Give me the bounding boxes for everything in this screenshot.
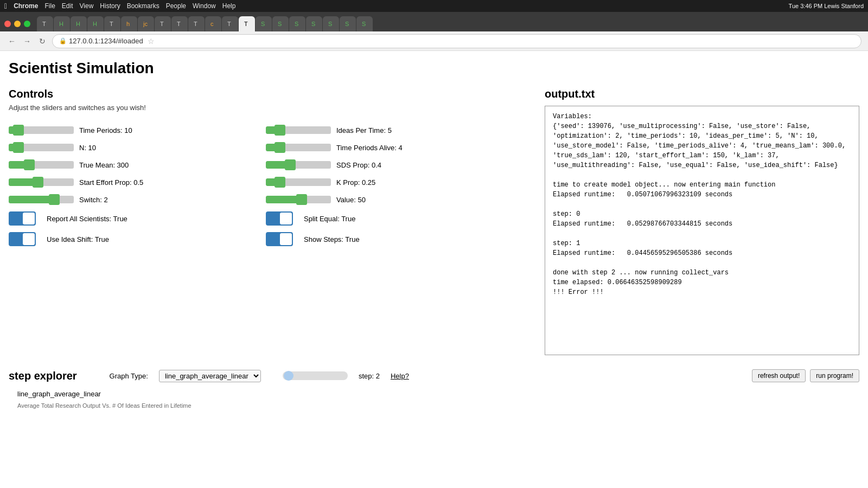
tab-11[interactable]: c xyxy=(205,16,221,31)
minimize-traffic-light[interactable] xyxy=(14,21,21,27)
bottom-section: step explorer Graph Type: line_graph_ave… xyxy=(0,364,868,388)
refresh-button[interactable]: ↻ xyxy=(37,36,48,47)
tab-14[interactable]: S xyxy=(256,16,272,31)
chrome-addressbar: ← → ↻ 🔒 127.0.0.1:1234/#loaded ☆ xyxy=(0,31,868,51)
tab-8[interactable]: T xyxy=(155,16,171,31)
slider-row-ideas-per-time: Ideas Per Time: 5 xyxy=(266,121,523,139)
forward-button[interactable]: → xyxy=(22,36,33,47)
refresh-output-button[interactable]: refresh output! xyxy=(752,369,806,382)
tab-18[interactable]: S xyxy=(323,16,339,31)
address-bar[interactable]: 🔒 127.0.0.1:1234/#loaded ☆ xyxy=(52,34,861,48)
ideas-per-time-slider[interactable] xyxy=(266,125,331,136)
time-periods-slider[interactable] xyxy=(9,125,74,136)
tab-6[interactable]: h xyxy=(121,16,137,31)
toggle-row-report-all: Report All Scientists: True xyxy=(9,208,266,229)
use-idea-shift-toggle[interactable] xyxy=(9,232,36,246)
slider-row-k-prop: K Prop: 0.25 xyxy=(266,174,523,191)
slider-row-true-mean: True Mean: 300 xyxy=(9,156,266,174)
output-title: output.txt xyxy=(545,88,859,100)
tab-16[interactable]: S xyxy=(289,16,305,31)
page-content: Scientist Simulation Controls Adjust the… xyxy=(0,51,868,364)
step-slider-thumb xyxy=(284,371,293,381)
toggle-knob xyxy=(23,213,35,224)
tab-9[interactable]: T xyxy=(171,16,188,31)
menu-window[interactable]: Window xyxy=(193,2,216,10)
help-link[interactable]: Help? xyxy=(391,372,409,380)
tab-7[interactable]: jc xyxy=(138,16,154,31)
tab-17[interactable]: S xyxy=(306,16,322,31)
toggle-knob-3 xyxy=(280,213,292,224)
close-traffic-light[interactable] xyxy=(4,21,11,27)
slider-row-switch: Switch: 2 xyxy=(9,191,266,208)
menu-edit[interactable]: Edit xyxy=(62,2,73,10)
true-mean-label: True Mean: 300 xyxy=(79,161,161,169)
start-effort-slider[interactable] xyxy=(9,177,74,188)
report-all-toggle[interactable] xyxy=(9,211,36,226)
value-slider[interactable] xyxy=(266,194,331,205)
bookmark-icon[interactable]: ☆ xyxy=(148,37,155,46)
right-panel: output.txt Variables: {'seed': 139076, '… xyxy=(545,88,859,355)
slider-row-time-periods: Time Periods: 10 xyxy=(9,121,266,139)
tab-1[interactable]: T xyxy=(37,16,53,31)
fullscreen-traffic-light[interactable] xyxy=(24,21,30,27)
left-panel: Controls Adjust the sliders and switches… xyxy=(9,88,523,355)
step-label: step: 2 xyxy=(359,372,380,380)
action-buttons: refresh output! run program! xyxy=(752,369,859,382)
menu-file[interactable]: File xyxy=(44,2,55,10)
controls-title: Controls xyxy=(9,88,523,100)
url-text: 127.0.0.1:1234/#loaded xyxy=(69,37,143,45)
step-explorer-title: step explorer xyxy=(9,370,77,382)
controls-subtitle: Adjust the sliders and switches as you w… xyxy=(9,104,523,112)
chart-subtitle: Average Total Research Output Vs. # Of I… xyxy=(17,402,859,409)
tab-2[interactable]: H xyxy=(54,16,70,31)
toggle-row-show-steps: Show Steps: True xyxy=(266,229,523,249)
menu-chrome[interactable]: Chrome xyxy=(14,2,38,10)
time-periods-label: Time Periods: 10 xyxy=(79,126,161,134)
k-prop-slider[interactable] xyxy=(266,177,331,188)
tab-15[interactable]: S xyxy=(272,16,289,31)
show-steps-toggle[interactable] xyxy=(266,232,293,246)
split-equal-label: Split Equal: True xyxy=(304,215,355,223)
run-program-button[interactable]: run program! xyxy=(810,369,859,382)
bottom-bar: step explorer Graph Type: line_graph_ave… xyxy=(9,369,859,382)
tab-19[interactable]: S xyxy=(340,16,356,31)
switch-slider[interactable] xyxy=(9,194,74,205)
tab-5[interactable]: T xyxy=(104,16,120,31)
lock-icon: 🔒 xyxy=(59,37,67,44)
menu-view[interactable]: View xyxy=(80,2,94,10)
menu-bookmarks[interactable]: Bookmarks xyxy=(127,2,159,10)
tab-12[interactable]: T xyxy=(222,16,238,31)
toggle-knob-2 xyxy=(23,233,35,245)
mac-menubar:  Chrome File Edit View History Bookmark… xyxy=(0,0,868,12)
start-effort-label: Start Effort Prop: 0.5 xyxy=(79,178,161,187)
time-periods-alive-slider[interactable] xyxy=(266,142,331,153)
tab-20[interactable]: S xyxy=(356,16,373,31)
report-all-label: Report All Scientists: True xyxy=(47,215,127,223)
n-slider[interactable] xyxy=(9,142,74,153)
toggle-row-use-idea-shift: Use Idea Shift: True xyxy=(9,229,266,249)
menu-help[interactable]: Help xyxy=(222,2,236,10)
controls-grid: Time Periods: 10 N: 10 xyxy=(9,121,523,249)
split-equal-toggle[interactable] xyxy=(266,211,293,226)
page-title: Scientist Simulation xyxy=(9,60,859,77)
back-button[interactable]: ← xyxy=(7,36,17,47)
main-layout: Controls Adjust the sliders and switches… xyxy=(9,88,859,355)
step-slider[interactable] xyxy=(283,371,348,380)
step-slider-container xyxy=(283,371,348,380)
tab-3[interactable]: H xyxy=(71,16,87,31)
tab-10[interactable]: T xyxy=(188,16,205,31)
current-graph-label: line_graph_average_linear xyxy=(17,388,859,400)
slider-row-value: Value: 50 xyxy=(266,191,523,208)
menu-history[interactable]: History xyxy=(100,2,120,10)
graph-type-select[interactable]: line_graph_average_linear xyxy=(159,370,261,382)
graph-type-label: Graph Type: xyxy=(110,372,148,380)
menu-people[interactable]: People xyxy=(166,2,186,10)
toggle-knob-4 xyxy=(280,233,292,245)
true-mean-slider[interactable] xyxy=(9,159,74,170)
tab-13-active[interactable]: T xyxy=(239,16,255,31)
output-textbox[interactable]: Variables: {'seed': 139076, 'use_multipr… xyxy=(545,106,859,355)
tab-4[interactable]: H xyxy=(87,16,104,31)
sds-prop-slider[interactable] xyxy=(266,159,331,170)
left-sliders: Time Periods: 10 N: 10 xyxy=(9,121,266,249)
tabs-container: T H H H T h jc T T T c T T S S S S S S S xyxy=(37,16,864,31)
